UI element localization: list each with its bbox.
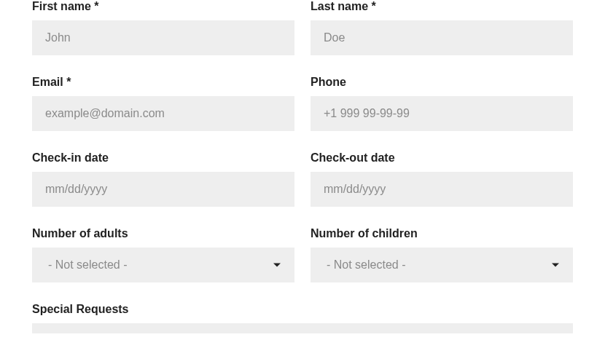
check-in-field: Check-in date bbox=[32, 151, 294, 207]
phone-field: Phone bbox=[311, 76, 573, 131]
special-requests-input[interactable] bbox=[32, 323, 573, 333]
last-name-field: Last name * bbox=[311, 0, 573, 55]
adults-select[interactable]: - Not selected - bbox=[32, 248, 294, 282]
last-name-input[interactable] bbox=[311, 20, 573, 55]
adults-label: Number of adults bbox=[32, 227, 294, 240]
first-name-input[interactable] bbox=[32, 20, 294, 55]
adults-field: Number of adults - Not selected - bbox=[32, 227, 294, 282]
email-label: Email * bbox=[32, 76, 294, 89]
first-name-label: First name * bbox=[32, 0, 294, 13]
check-in-label: Check-in date bbox=[32, 151, 294, 165]
check-out-input[interactable] bbox=[311, 172, 573, 207]
check-out-label: Check-out date bbox=[311, 151, 573, 165]
children-selected-value: - Not selected - bbox=[327, 258, 405, 272]
phone-input[interactable] bbox=[311, 96, 573, 131]
first-name-field: First name * bbox=[32, 0, 294, 55]
children-field: Number of children - Not selected - bbox=[311, 227, 573, 282]
booking-form: First name * Last name * Email * Phone C… bbox=[32, 0, 573, 333]
children-label: Number of children bbox=[311, 227, 573, 240]
special-requests-field: Special Requests bbox=[32, 303, 573, 333]
adults-selected-value: - Not selected - bbox=[48, 258, 127, 272]
phone-label: Phone bbox=[311, 76, 573, 89]
children-select[interactable]: - Not selected - bbox=[311, 248, 573, 282]
check-in-input[interactable] bbox=[32, 172, 294, 207]
special-requests-label: Special Requests bbox=[32, 303, 573, 316]
last-name-label: Last name * bbox=[311, 0, 573, 13]
email-field: Email * bbox=[32, 76, 294, 131]
email-input[interactable] bbox=[32, 96, 294, 131]
check-out-field: Check-out date bbox=[311, 151, 573, 207]
